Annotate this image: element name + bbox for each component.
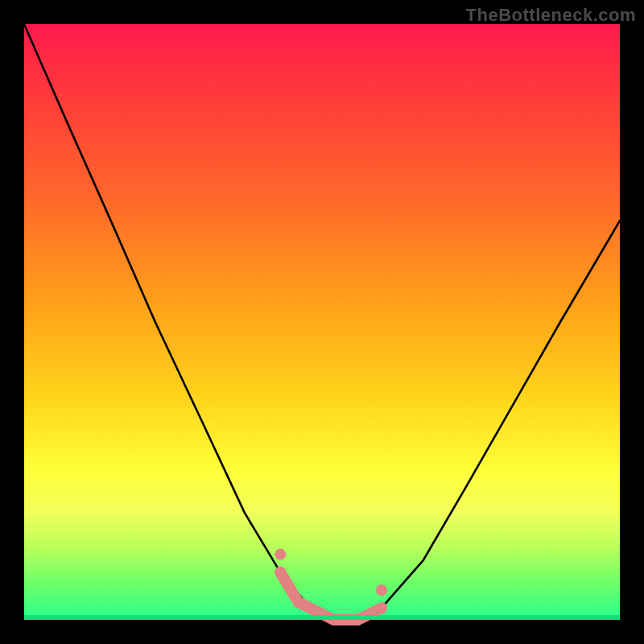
- highlight-dot: [292, 597, 303, 608]
- highlight-dot: [275, 549, 286, 560]
- highlight-dot: [275, 567, 286, 578]
- bottleneck-curve-path: [24, 24, 620, 620]
- highlight-dot: [376, 602, 387, 613]
- highlight-dot: [376, 584, 387, 596]
- chart-svg: [24, 24, 620, 620]
- plot-area: [24, 24, 620, 620]
- chart-frame: TheBottleneck.com: [0, 0, 644, 644]
- watermark-text: TheBottleneck.com: [466, 5, 636, 26]
- highlight-segment-path: [280, 572, 382, 620]
